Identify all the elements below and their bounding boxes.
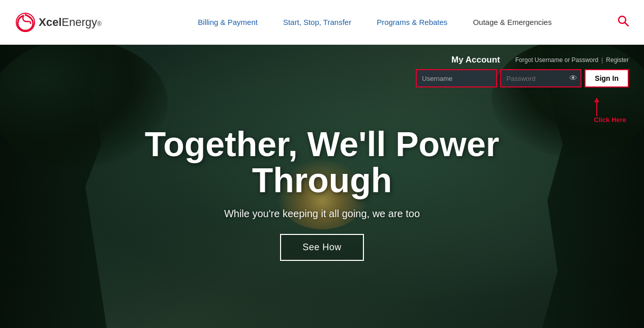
header: XcelEnergy® Billing & Payment Start, Sto…	[0, 0, 644, 45]
main-nav: Billing & Payment Start, Stop, Transfer …	[132, 18, 618, 26]
svg-point-0	[16, 13, 35, 32]
link-separator: |	[601, 56, 603, 64]
click-here-annotation: Click Here	[594, 98, 629, 124]
hero-section: My Account Forgot Username or Password |…	[0, 45, 644, 328]
hero-title: Together, We'll Power Through	[0, 126, 644, 199]
password-wrapper: 👁	[500, 69, 581, 87]
click-here-label: Click Here	[594, 116, 626, 124]
logo-text: XcelEnergy®	[39, 16, 102, 29]
hero-text-block: Together, We'll Power Through While you'…	[0, 126, 644, 261]
show-password-icon[interactable]: 👁	[569, 74, 577, 83]
login-fields-row: 👁 Sign In	[416, 69, 629, 87]
nav-start-stop[interactable]: Start, Stop, Transfer	[283, 18, 351, 26]
nav-programs[interactable]: Programs & Rebates	[377, 18, 447, 26]
nav-billing[interactable]: Billing & Payment	[198, 18, 258, 26]
register-link[interactable]: Register	[606, 56, 629, 64]
account-links: Forgot Username or Password | Register	[515, 56, 629, 64]
xcel-logo-icon	[15, 12, 36, 33]
nav-outage[interactable]: Outage & Emergencies	[473, 18, 551, 26]
hero-subtitle: While you're keeping it all going, we ar…	[0, 208, 644, 220]
sign-in-button[interactable]: Sign In	[585, 69, 629, 87]
forgot-link[interactable]: Forgot Username or Password	[515, 56, 598, 64]
my-account-title: My Account	[451, 55, 500, 65]
see-how-button[interactable]: See How	[280, 234, 364, 261]
login-overlay: My Account Forgot Username or Password |…	[416, 55, 629, 87]
search-icon[interactable]	[618, 15, 629, 29]
logo[interactable]: XcelEnergy®	[15, 12, 102, 33]
svg-line-2	[625, 22, 629, 26]
username-input[interactable]	[416, 69, 497, 87]
my-account-row: My Account Forgot Username or Password |…	[451, 55, 629, 65]
